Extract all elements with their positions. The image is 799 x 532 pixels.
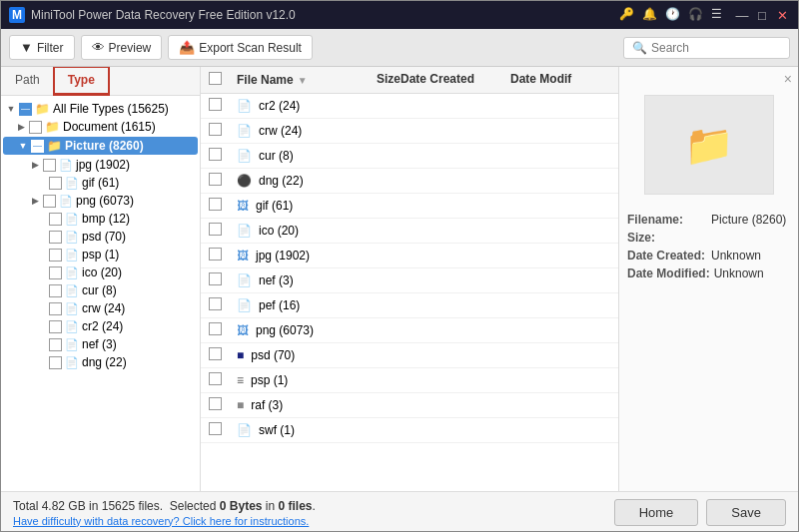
checkbox-crw[interactable] — [49, 302, 62, 315]
date-created-label: Date Created: — [627, 249, 707, 263]
file-row[interactable]: ≡ psp (1) — [201, 368, 618, 393]
checkbox-cur[interactable] — [49, 284, 62, 297]
file-row[interactable]: 📄 crw (24) — [201, 119, 618, 144]
checkbox-bmp[interactable] — [49, 213, 62, 226]
home-button[interactable]: Home — [614, 499, 699, 526]
row-checkbox[interactable] — [209, 198, 222, 211]
tab-type[interactable]: Type — [54, 67, 109, 95]
file-type-icon: 📄 — [237, 149, 252, 163]
help-link[interactable]: Have difficulty with data recovery? Clic… — [13, 515, 316, 527]
row-checkbox[interactable] — [209, 372, 222, 385]
row-checkbox[interactable] — [209, 322, 222, 335]
search-input[interactable] — [651, 41, 781, 55]
preview-close-button[interactable]: × — [784, 71, 792, 87]
preview-button[interactable]: 👁 Preview — [81, 35, 163, 60]
preview-thumbnail: 📁 — [644, 95, 774, 195]
close-button[interactable]: ✕ — [774, 7, 790, 23]
file-name-text: swf (1) — [259, 423, 295, 437]
tree-item-picture[interactable]: ▼ — 📁 Picture (8260) — [3, 137, 198, 155]
file-row[interactable]: ⚫ dng (22) — [201, 169, 618, 194]
checkbox-ico[interactable] — [49, 266, 62, 279]
file-name-text: nef (3) — [259, 273, 294, 287]
expand-icon-jpg: ▶ — [29, 160, 41, 170]
row-checkbox[interactable] — [209, 123, 222, 136]
tree-label-nef: nef (3) — [82, 337, 117, 351]
row-check — [209, 173, 237, 189]
checkbox-psp[interactable] — [49, 249, 62, 262]
checkbox-png[interactable] — [43, 195, 56, 208]
file-row[interactable]: ■ psd (70) — [201, 343, 618, 368]
row-checkbox[interactable] — [209, 223, 222, 236]
file-icon-nef: 📄 — [65, 338, 79, 351]
row-checkbox[interactable] — [209, 422, 222, 435]
checkbox-dng[interactable] — [49, 356, 62, 369]
file-type-icon: 📄 — [237, 124, 252, 138]
tree-item-png[interactable]: ▶ 📄 png (6073) — [1, 192, 200, 210]
filter-button[interactable]: ▼ Filter — [9, 35, 75, 60]
row-check — [209, 422, 237, 438]
file-icon-png: 📄 — [59, 195, 73, 208]
checkbox-jpg[interactable] — [43, 159, 56, 172]
file-name-text: crw (24) — [259, 124, 302, 138]
file-row[interactable]: 🖼 jpg (1902) — [201, 244, 618, 268]
row-checkbox[interactable] — [209, 347, 222, 360]
tree-label-png: png (6073) — [76, 194, 134, 208]
checkbox-psd[interactable] — [49, 231, 62, 244]
file-row[interactable]: ■ raf (3) — [201, 393, 618, 418]
minimize-button[interactable]: — — [734, 7, 750, 23]
row-name: ■ psd (70) — [237, 348, 321, 362]
tree-item-nef[interactable]: 📄 nef (3) — [1, 335, 200, 353]
tree-item-cr2[interactable]: 📄 cr2 (24) — [1, 317, 200, 335]
row-checkbox[interactable] — [209, 397, 222, 410]
main-area: Path Type ▼ — 📁 All File Types (15625) ▶… — [1, 67, 798, 491]
row-checkbox[interactable] — [209, 272, 222, 285]
file-name-text: png (6073) — [256, 323, 314, 337]
tree-item-dng[interactable]: 📄 dng (22) — [1, 353, 200, 371]
file-row[interactable]: 📄 pef (16) — [201, 293, 618, 318]
row-checkbox[interactable] — [209, 173, 222, 186]
tree-item-cur[interactable]: 📄 cur (8) — [1, 281, 200, 299]
header-checkbox[interactable] — [209, 72, 222, 85]
checkbox-picture[interactable]: — — [31, 140, 44, 153]
file-row[interactable]: 📄 nef (3) — [201, 268, 618, 293]
file-list-body: 📄 cr2 (24) 📄 crw (24) 📄 cur (8) — [201, 94, 618, 491]
tree-item-gif[interactable]: 📄 gif (61) — [1, 174, 200, 192]
file-row[interactable]: 🖼 gif (61) — [201, 194, 618, 219]
file-row[interactable]: 🖼 png (6073) — [201, 318, 618, 343]
file-row[interactable]: 📄 ico (20) — [201, 219, 618, 244]
checkbox-gif[interactable] — [49, 177, 62, 190]
checkbox-all[interactable]: — — [19, 103, 32, 116]
row-checkbox[interactable] — [209, 248, 222, 261]
search-box: 🔍 — [623, 37, 790, 59]
tree-item-ico[interactable]: 📄 ico (20) — [1, 264, 200, 281]
bell-icon: 🔔 — [642, 7, 657, 23]
export-button[interactable]: 📤 Export Scan Result — [168, 35, 313, 60]
checkbox-nef[interactable] — [49, 338, 62, 351]
save-button[interactable]: Save — [706, 499, 786, 526]
tree-item-psp[interactable]: 📄 psp (1) — [1, 246, 200, 264]
content-area: File Name ▼ Size Date Created Date Modif… — [201, 67, 618, 491]
sort-icon: ▼ — [298, 75, 308, 86]
row-checkbox[interactable] — [209, 98, 222, 111]
file-row[interactable]: 📄 swf (1) — [201, 418, 618, 443]
app-title: MiniTool Power Data Recovery Free Editio… — [31, 8, 296, 22]
search-icon: 🔍 — [632, 41, 647, 55]
maximize-button[interactable]: □ — [754, 7, 770, 23]
row-checkbox[interactable] — [209, 297, 222, 310]
tree-item-bmp[interactable]: 📄 bmp (12) — [1, 210, 200, 228]
file-row[interactable]: 📄 cr2 (24) — [201, 94, 618, 119]
file-row[interactable]: 📄 cur (8) — [201, 144, 618, 169]
row-check — [209, 123, 237, 139]
checkbox-cr2[interactable] — [49, 320, 62, 333]
filter-icon: ▼ — [20, 40, 33, 55]
row-check — [209, 322, 237, 338]
tab-path[interactable]: Path — [1, 67, 54, 95]
tree-item-document[interactable]: ▶ 📁 Document (1615) — [1, 118, 200, 136]
tree-item-psd[interactable]: 📄 psd (70) — [1, 228, 200, 246]
tree-item-crw[interactable]: 📄 crw (24) — [1, 299, 200, 317]
row-checkbox[interactable] — [209, 148, 222, 161]
checkbox-document[interactable] — [29, 121, 42, 134]
tree-item-all[interactable]: ▼ — 📁 All File Types (15625) — [1, 100, 200, 118]
file-icon-cur: 📄 — [65, 284, 79, 297]
tree-item-jpg[interactable]: ▶ 📄 jpg (1902) — [1, 156, 200, 174]
